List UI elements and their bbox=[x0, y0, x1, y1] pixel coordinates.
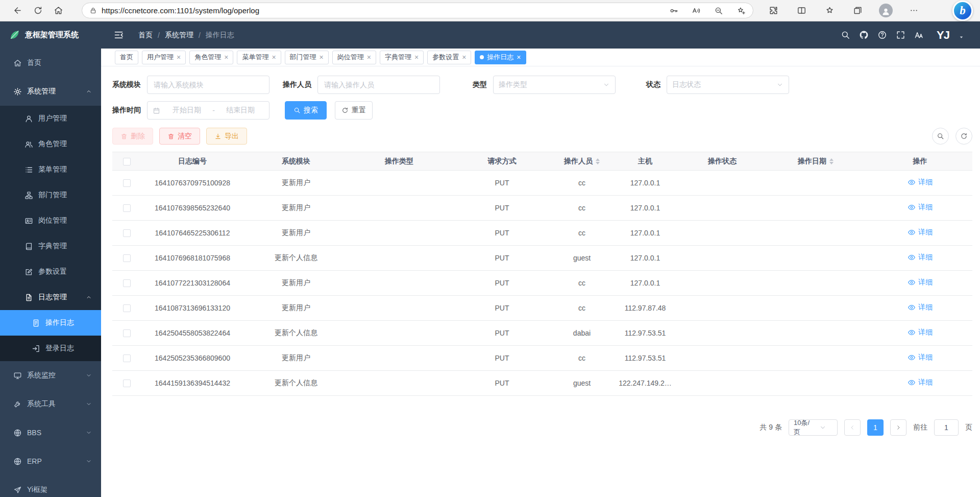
favorites-button[interactable] bbox=[822, 3, 837, 18]
sidebar-item-operation-log[interactable]: 操作日志 bbox=[0, 310, 101, 336]
type-select[interactable]: 操作类型 bbox=[493, 76, 616, 94]
fullscreen-icon[interactable] bbox=[896, 30, 905, 40]
row-checkbox[interactable] bbox=[123, 304, 131, 312]
sidebar-item-role-management[interactable]: 角色管理 bbox=[0, 131, 101, 157]
row-checkbox[interactable] bbox=[123, 254, 131, 262]
browser-back-button[interactable] bbox=[7, 2, 28, 19]
detail-link[interactable]: 详细 bbox=[908, 178, 933, 187]
reset-button[interactable]: 重置 bbox=[335, 101, 373, 120]
tab-param-settings[interactable]: 参数设置× bbox=[427, 51, 471, 64]
clear-button[interactable]: 清空 bbox=[159, 128, 200, 145]
menu-fold-icon[interactable] bbox=[113, 30, 124, 40]
row-checkbox[interactable] bbox=[123, 380, 131, 387]
detail-link[interactable]: 详细 bbox=[908, 378, 933, 387]
prev-page-button[interactable] bbox=[844, 419, 861, 436]
detail-link[interactable]: 详细 bbox=[908, 328, 933, 337]
date-range-picker[interactable]: 开始日期 - 结束日期 bbox=[147, 101, 270, 120]
collections-button[interactable] bbox=[850, 3, 865, 18]
detail-link[interactable]: 详细 bbox=[908, 303, 933, 312]
app-logo[interactable]: 意框架管理系统 bbox=[0, 21, 101, 49]
password-key-icon[interactable] bbox=[669, 6, 678, 15]
goto-page-input[interactable] bbox=[934, 419, 959, 436]
github-icon[interactable] bbox=[859, 30, 869, 40]
export-button[interactable]: 导出 bbox=[206, 128, 247, 145]
sidebar-item-dict-management[interactable]: 字典管理 bbox=[0, 233, 101, 259]
tab-dept-management[interactable]: 部门管理× bbox=[285, 51, 329, 64]
sidebar-item-system-monitor[interactable]: 系统监控 bbox=[0, 361, 101, 390]
sort-carets-icon[interactable] bbox=[829, 158, 834, 164]
detail-link[interactable]: 详细 bbox=[908, 278, 933, 287]
sidebar-item-dept-management[interactable]: 部门管理 bbox=[0, 182, 101, 208]
sidebar-item-post-management[interactable]: 岗位管理 bbox=[0, 208, 101, 233]
select-all-checkbox[interactable] bbox=[123, 158, 131, 165]
page-size-select[interactable]: 10条/页 bbox=[789, 419, 838, 436]
tab-close-icon[interactable]: × bbox=[177, 54, 181, 61]
sidebar-item-log-management[interactable]: 日志管理 bbox=[0, 285, 101, 310]
sidebar-item-yi-framework[interactable]: Yi框架 bbox=[0, 476, 101, 497]
date-end-placeholder[interactable]: 结束日期 bbox=[217, 106, 264, 115]
bing-icon[interactable]: b bbox=[952, 1, 973, 21]
delete-button[interactable]: 删除 bbox=[112, 128, 153, 145]
sidebar-item-bbs[interactable]: BBS bbox=[0, 418, 101, 447]
read-aloud-icon[interactable] bbox=[692, 6, 701, 15]
module-input[interactable] bbox=[147, 76, 270, 94]
sidebar-item-param-settings[interactable]: 参数设置 bbox=[0, 259, 101, 285]
tab-operation-log[interactable]: 操作日志× bbox=[475, 51, 526, 64]
profile-button[interactable] bbox=[878, 3, 893, 18]
tab-user-management[interactable]: 用户管理× bbox=[142, 51, 186, 64]
page-1-button[interactable]: 1 bbox=[867, 419, 884, 436]
user-logo[interactable]: YJ bbox=[937, 29, 949, 42]
date-start-placeholder[interactable]: 开始日期 bbox=[163, 106, 210, 115]
sort-carets-icon[interactable] bbox=[596, 158, 600, 164]
address-bar[interactable]: https://ccnetcore.com:1101/system/log/op… bbox=[82, 3, 753, 18]
sidebar-item-erp[interactable]: ERP bbox=[0, 447, 101, 476]
sidebar-item-user-management[interactable]: 用户管理 bbox=[0, 106, 101, 131]
next-page-button[interactable] bbox=[890, 419, 906, 436]
detail-link[interactable]: 详细 bbox=[908, 228, 933, 237]
tab-home[interactable]: 首页 bbox=[115, 51, 138, 64]
sidebar-item-system-management[interactable]: 系统管理 bbox=[0, 77, 101, 106]
split-screen-button[interactable] bbox=[794, 3, 809, 18]
status-select[interactable]: 日志状态 bbox=[667, 76, 789, 94]
search-icon[interactable] bbox=[841, 30, 850, 40]
tab-close-icon[interactable]: × bbox=[367, 54, 371, 61]
detail-link[interactable]: 详细 bbox=[908, 353, 933, 362]
add-favorite-icon[interactable] bbox=[737, 6, 746, 15]
row-checkbox[interactable] bbox=[123, 179, 131, 187]
tab-menu-management[interactable]: 菜单管理× bbox=[237, 51, 281, 64]
url-text[interactable]: https://ccnetcore.com:1101/system/log/op… bbox=[102, 6, 656, 15]
detail-link[interactable]: 详细 bbox=[908, 203, 933, 212]
tab-close-icon[interactable]: × bbox=[462, 54, 466, 61]
row-checkbox[interactable] bbox=[123, 229, 131, 237]
sidebar-item-system-tools[interactable]: 系统工具 bbox=[0, 390, 101, 418]
tab-role-management[interactable]: 角色管理× bbox=[189, 51, 233, 64]
tab-close-icon[interactable]: × bbox=[272, 54, 276, 61]
column-header[interactable]: 操作人员 bbox=[554, 152, 609, 171]
browser-refresh-button[interactable] bbox=[28, 2, 48, 19]
settings-more-button[interactable] bbox=[906, 3, 921, 18]
toggle-search-button[interactable] bbox=[932, 128, 949, 145]
sidebar-item-login-log[interactable]: 登录日志 bbox=[0, 336, 101, 361]
zoom-out-icon[interactable] bbox=[714, 6, 723, 15]
browser-home-button[interactable] bbox=[48, 2, 68, 19]
tab-close-icon[interactable]: × bbox=[414, 54, 419, 61]
breadcrumb-system[interactable]: 系统管理 bbox=[165, 31, 193, 40]
refresh-table-button[interactable] bbox=[955, 128, 972, 145]
help-icon[interactable] bbox=[877, 30, 887, 40]
breadcrumb-home[interactable]: 首页 bbox=[138, 31, 153, 40]
tab-close-icon[interactable]: × bbox=[224, 54, 228, 61]
tab-close-icon[interactable]: × bbox=[320, 54, 324, 61]
sidebar-item-home[interactable]: 首页 bbox=[0, 49, 101, 77]
tab-close-icon[interactable]: × bbox=[517, 54, 521, 61]
operator-input[interactable] bbox=[317, 76, 440, 94]
extensions-button[interactable] bbox=[766, 3, 781, 18]
row-checkbox[interactable] bbox=[123, 204, 131, 212]
column-header[interactable]: 操作日期 bbox=[764, 152, 868, 171]
row-checkbox[interactable] bbox=[123, 279, 131, 287]
detail-link[interactable]: 详细 bbox=[908, 253, 933, 262]
sidebar-item-menu-management[interactable]: 菜单管理 bbox=[0, 157, 101, 182]
tab-post-management[interactable]: 岗位管理× bbox=[332, 51, 376, 64]
row-checkbox[interactable] bbox=[123, 354, 131, 362]
row-checkbox[interactable] bbox=[123, 329, 131, 337]
tab-dict-management[interactable]: 字典管理× bbox=[380, 51, 424, 64]
